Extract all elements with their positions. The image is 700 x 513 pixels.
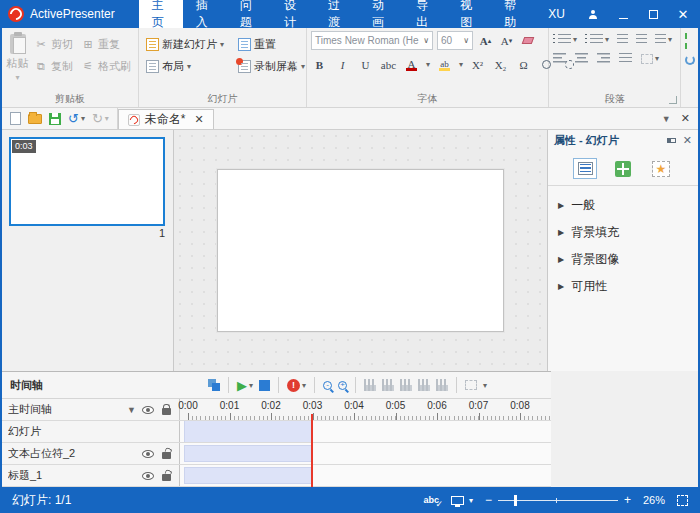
- tab-insert[interactable]: 插入: [183, 0, 227, 28]
- tab-animations[interactable]: 动画: [359, 0, 403, 28]
- fit-to-window-icon[interactable]: [677, 495, 688, 506]
- tab-design[interactable]: 设计: [271, 0, 315, 28]
- increase-indent-icon[interactable]: [636, 34, 647, 45]
- zoom-slider-track[interactable]: [498, 500, 618, 501]
- section-accessibility[interactable]: ▶可用性: [548, 273, 698, 300]
- zoom-out-button[interactable]: −: [485, 493, 492, 507]
- format-painter-button[interactable]: ⚟格式刷: [78, 57, 134, 76]
- superscript-button[interactable]: X²: [469, 56, 486, 73]
- paste-button[interactable]: 粘贴 ▾: [6, 31, 29, 82]
- view-mode-button[interactable]: ▾: [451, 496, 473, 505]
- grow-font-button[interactable]: A▴: [477, 32, 494, 49]
- tab-interactivity[interactable]: ★: [649, 158, 673, 179]
- visibility-icon[interactable]: [142, 472, 154, 480]
- visibility-icon[interactable]: [142, 406, 154, 414]
- reset-button[interactable]: 重置: [235, 35, 308, 54]
- open-project-button[interactable]: [28, 114, 42, 124]
- section-general[interactable]: ▶一般: [548, 192, 698, 219]
- unlock-icon[interactable]: [162, 452, 171, 459]
- strikethrough-button[interactable]: abc: [380, 56, 397, 73]
- row-label[interactable]: 标题_1: [8, 468, 136, 483]
- user-account-button[interactable]: [578, 0, 608, 28]
- zoom-out-icon[interactable]: -: [323, 381, 332, 390]
- tab-view[interactable]: 视图: [447, 0, 491, 28]
- new-slide-button[interactable]: 新建幻灯片▾: [143, 35, 227, 54]
- crop-range-icon[interactable]: [418, 379, 430, 391]
- timeline-select-dropdown-icon[interactable]: ▼: [127, 405, 136, 415]
- bullets-button[interactable]: ▾: [553, 34, 577, 45]
- duplicate-button[interactable]: ⊞重复: [78, 35, 134, 54]
- text-direction-button[interactable]: ▾: [641, 54, 659, 64]
- font-color-button[interactable]: A: [403, 58, 420, 71]
- close-button[interactable]: ✕: [668, 0, 698, 28]
- italic-button[interactable]: I: [334, 56, 351, 73]
- subscript-button[interactable]: X₂: [492, 56, 509, 73]
- numbering-button[interactable]: ▾: [585, 34, 609, 45]
- font-size-select[interactable]: 60∨: [437, 31, 473, 50]
- redo-button[interactable]: ↻▾: [92, 112, 109, 125]
- tab-help[interactable]: 帮助: [491, 0, 535, 28]
- stop-button[interactable]: [259, 380, 270, 391]
- timeline-object-bar[interactable]: [184, 445, 312, 462]
- timeline-object-bar[interactable]: [184, 421, 312, 442]
- tab-questions[interactable]: 问题: [227, 0, 271, 28]
- playhead[interactable]: [311, 414, 313, 487]
- new-project-button[interactable]: [10, 112, 21, 125]
- zoom-slider-thumb[interactable]: [514, 495, 517, 506]
- cut-button[interactable]: ✂剪切: [31, 35, 76, 54]
- tab-general-properties[interactable]: [573, 158, 597, 179]
- undo-button[interactable]: ↺▾: [68, 112, 85, 125]
- row-track[interactable]: [180, 443, 551, 464]
- section-background-image[interactable]: ▶背景图像: [548, 246, 698, 273]
- row-track[interactable]: [180, 421, 551, 442]
- chevron-down-icon[interactable]: ▾: [483, 381, 487, 390]
- spell-check-icon[interactable]: abc: [423, 495, 439, 505]
- row-label[interactable]: 文本占位符_2: [8, 446, 136, 461]
- zoom-in-icon[interactable]: +: [338, 381, 347, 390]
- timeline-ruler[interactable]: 0:00 0:01 0:02 0:03 0:04 0:05 0:06 0:07 …: [180, 399, 551, 420]
- underline-button[interactable]: U: [357, 56, 374, 73]
- line-spacing-button[interactable]: ▾: [655, 34, 672, 45]
- paragraph-dialog-launcher[interactable]: [669, 96, 677, 104]
- insert-time-icon[interactable]: [364, 379, 376, 391]
- play-button[interactable]: ▶▾: [237, 379, 253, 392]
- bold-button[interactable]: B: [311, 56, 328, 73]
- row-track[interactable]: [180, 465, 551, 486]
- save-button[interactable]: [49, 113, 61, 125]
- tab-export[interactable]: 导出: [403, 0, 447, 28]
- visibility-icon[interactable]: [142, 450, 154, 458]
- tab-user-xu[interactable]: XU: [535, 0, 578, 28]
- section-background-fill[interactable]: ▶背景填充: [548, 219, 698, 246]
- document-tab[interactable]: 未命名* ✕: [118, 109, 214, 129]
- timeline-object-bar[interactable]: [184, 467, 312, 484]
- row-label[interactable]: 幻灯片: [8, 424, 173, 439]
- chevron-down-icon[interactable]: ▾: [459, 60, 463, 69]
- record-screen-button[interactable]: 录制屏幕▾: [235, 57, 308, 76]
- symbol-button[interactable]: Ω: [515, 56, 532, 73]
- align-left-button[interactable]: [553, 53, 566, 64]
- pin-icon[interactable]: [667, 138, 676, 143]
- slide-canvas[interactable]: [217, 169, 504, 332]
- tab-transitions[interactable]: 过渡: [315, 0, 359, 28]
- tab-home[interactable]: 主页: [139, 0, 183, 28]
- slide-thumbnail[interactable]: 0:03: [9, 137, 165, 226]
- close-pane-icon[interactable]: ✕: [681, 112, 690, 125]
- highlight-color-button[interactable]: ab: [436, 58, 453, 71]
- decrease-indent-icon[interactable]: [617, 34, 628, 45]
- selection-mode-icon[interactable]: [465, 380, 477, 390]
- zoom-in-button[interactable]: +: [624, 493, 631, 507]
- delete-range-icon[interactable]: [400, 379, 412, 391]
- shrink-font-button[interactable]: A▾: [498, 32, 515, 49]
- align-justify-button[interactable]: [619, 53, 632, 64]
- unlock-icon[interactable]: [162, 474, 171, 481]
- tab-size-position[interactable]: [611, 158, 635, 179]
- all-timelines-icon[interactable]: [208, 379, 220, 391]
- clear-formatting-button[interactable]: [519, 32, 536, 49]
- close-panel-icon[interactable]: ✕: [683, 134, 692, 147]
- align-right-button[interactable]: [597, 53, 610, 64]
- minimize-button[interactable]: [608, 0, 638, 28]
- record-narration-button[interactable]: !▾: [287, 379, 306, 392]
- align-center-button[interactable]: [575, 53, 588, 64]
- close-document-icon[interactable]: ✕: [195, 113, 204, 126]
- chevron-down-icon[interactable]: ▾: [426, 60, 430, 69]
